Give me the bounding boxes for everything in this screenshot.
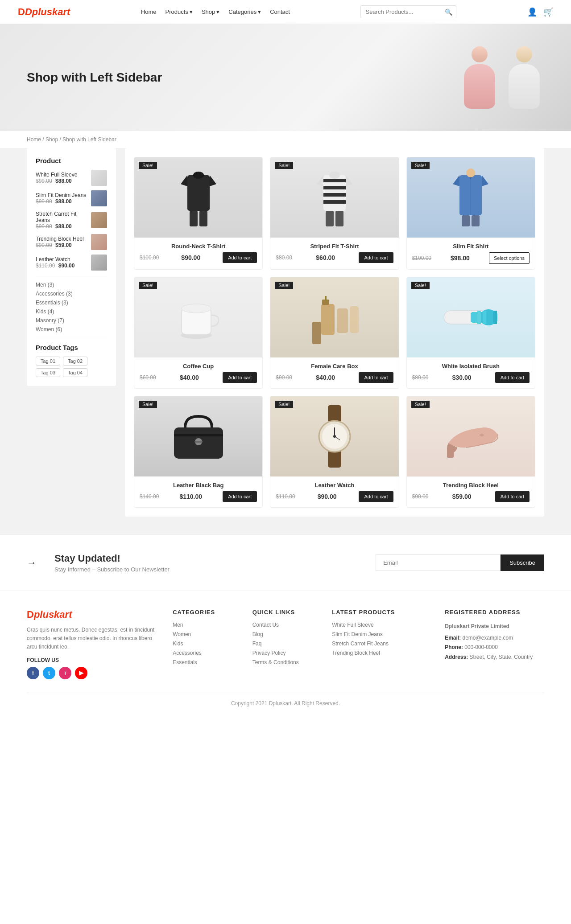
newsletter-text: Stay Updated! Stay Informed – Subscribe … [54, 553, 170, 573]
search-input[interactable] [361, 6, 441, 18]
add-to-cart-4[interactable]: Add to cart [359, 372, 393, 383]
svg-rect-38 [488, 311, 492, 324]
sidebar-cat-women[interactable]: Women (6) [36, 326, 107, 333]
add-to-cart-6[interactable]: Add to cart [223, 491, 257, 502]
add-to-cart-5[interactable]: Add to cart [495, 372, 530, 383]
sidebar-product-5[interactable]: Leather Watch $110.00 $90.00 [36, 255, 107, 271]
product-name-8: Trending Block Heel [412, 482, 530, 489]
main-layout: Product White Full Sleeve $99.00 $88.00 … [0, 148, 571, 534]
site-logo[interactable]: DDpluskart [18, 6, 70, 18]
tag-02[interactable]: Tag 02 [63, 357, 87, 365]
footer-link-privacy[interactable]: Privacy Policy [252, 650, 319, 656]
select-options-2[interactable]: Select options [489, 252, 530, 264]
svg-rect-29 [350, 306, 359, 333]
tag-01[interactable]: Tag 01 [36, 357, 60, 365]
header-icons: 👤 🛒 [527, 7, 553, 17]
sidebar-product-1[interactable]: White Full Sleeve $99.00 $88.00 [36, 170, 107, 186]
footer-cat-men[interactable]: Men [173, 622, 239, 628]
svg-rect-28 [337, 308, 348, 333]
svg-rect-22 [462, 215, 470, 226]
svg-marker-12 [346, 175, 352, 186]
add-to-cart-1[interactable]: Add to cart [359, 252, 393, 263]
facebook-icon[interactable]: f [27, 667, 39, 679]
sidebar-cat-accessories[interactable]: Accessories (3) [36, 291, 107, 297]
footer-latest-3[interactable]: Trending Block Heel [332, 650, 431, 656]
newsletter-subtitle: Stay Informed – Subscribe to Our Newslet… [54, 566, 170, 573]
footer-company: Dpluskart Private Limited Email: demo@ex… [445, 622, 544, 662]
sidebar-product-3[interactable]: Stretch Carrot Fit Jeans $99.00 $88.00 [36, 211, 107, 230]
tshirt-stripe-svg [317, 166, 352, 229]
tag-04[interactable]: Tag 04 [63, 368, 87, 377]
product-image-4 [270, 277, 398, 357]
footer-follow-label: FOLLOW US [27, 657, 159, 663]
svg-rect-39 [493, 311, 497, 324]
add-to-cart-7[interactable]: Add to cart [359, 491, 393, 502]
newsletter-email-input[interactable] [376, 554, 501, 571]
sidebar-cat-men[interactable]: Men (3) [36, 282, 107, 288]
product-card-5: Sale! White Isolated Brush [406, 277, 535, 389]
product-image-5 [407, 277, 535, 357]
product-name-0: Round-Neck T-Shirt [140, 243, 257, 250]
footer-cat-accessories[interactable]: Accessories [173, 650, 239, 656]
nav-contact[interactable]: Contact [270, 8, 290, 15]
nav-products[interactable]: Products ▾ [166, 8, 193, 15]
footer-latest-2[interactable]: Stretch Carrot Fit Jeans [332, 641, 431, 647]
new-price-2: $98.00 [451, 255, 470, 262]
newsletter-subscribe-button[interactable]: Subscribe [501, 554, 544, 571]
new-price-0: $90.00 [181, 254, 200, 261]
svg-marker-11 [317, 175, 323, 186]
breadcrumb-shop[interactable]: Shop [46, 136, 58, 143]
sidebar-cat-essentials[interactable]: Essentials (3) [36, 300, 107, 306]
product-name-1: Striped Fit T-Shirt [276, 243, 393, 250]
sidebar-thumb-2 [91, 190, 107, 206]
sale-badge-2: Sale! [411, 162, 430, 169]
sale-badge-3: Sale! [139, 282, 157, 289]
sidebar-product-name-5: Leather Watch [36, 256, 74, 263]
product-image-0 [134, 157, 262, 238]
footer-cat-kids[interactable]: Kids [173, 641, 239, 647]
svg-rect-10 [323, 200, 346, 204]
nav-categories[interactable]: Categories ▾ [228, 8, 261, 15]
new-price-4: $40.00 [316, 374, 335, 381]
youtube-icon[interactable]: ▶ [75, 667, 87, 679]
nav-shop[interactable]: Shop ▾ [202, 8, 219, 15]
product-card-0: Sale! Round-Neck T-Shirt $100.00 [134, 157, 263, 270]
brush-svg [439, 295, 502, 340]
footer-latest-1[interactable]: Slim Fit Denim Jeans [332, 631, 431, 637]
sidebar-cat-kids[interactable]: Kids (4) [36, 308, 107, 315]
search-icon[interactable]: 🔍 [441, 7, 456, 17]
svg-point-26 [182, 304, 211, 313]
main-nav: Home Products ▾ Shop ▾ Categories ▾ Cont… [141, 8, 290, 15]
breadcrumb-home[interactable]: Home [27, 136, 41, 143]
add-to-cart-8[interactable]: Add to cart [495, 491, 530, 502]
footer-link-faq[interactable]: Faq [252, 641, 319, 647]
cart-icon[interactable]: 🛒 [543, 7, 553, 17]
account-icon[interactable]: 👤 [527, 7, 537, 17]
sidebar-product-4[interactable]: Trending Block Heel $99.00 $59.00 [36, 234, 107, 250]
footer-grid: Dpluskart Cras quis nunc metus. Donec eg… [27, 609, 544, 679]
footer-link-contact[interactable]: Contact Us [252, 622, 319, 628]
footer-link-blog[interactable]: Blog [252, 631, 319, 637]
sale-badge-4: Sale! [275, 282, 293, 289]
footer-cat-women[interactable]: Women [173, 631, 239, 637]
add-to-cart-0[interactable]: Add to cart [223, 252, 257, 263]
newsletter-form: Subscribe [376, 554, 544, 571]
add-to-cart-3[interactable]: Add to cart [223, 372, 257, 383]
footer-latest-0[interactable]: White Full Sleeve [332, 622, 431, 628]
newsletter-title: Stay Updated! [54, 553, 170, 564]
nav-home[interactable]: Home [141, 8, 157, 15]
watch-svg [308, 405, 361, 468]
twitter-icon[interactable]: t [43, 667, 55, 679]
new-price-5: $30.00 [452, 374, 472, 381]
svg-rect-36 [477, 311, 481, 324]
svg-marker-17 [453, 175, 459, 186]
sidebar-cat-masonry[interactable]: Masonry (7) [36, 317, 107, 324]
sidebar-product-2[interactable]: Slim Fit Denim Jeans $99.00 $88.00 [36, 190, 107, 206]
tag-03[interactable]: Tag 03 [36, 368, 60, 377]
svg-rect-8 [323, 186, 346, 189]
instagram-icon[interactable]: i [59, 667, 71, 679]
svg-point-21 [466, 168, 475, 177]
footer-cat-essentials[interactable]: Essentials [173, 659, 239, 665]
footer-link-terms[interactable]: Terms & Conditions [252, 659, 319, 665]
svg-rect-14 [326, 211, 334, 226]
